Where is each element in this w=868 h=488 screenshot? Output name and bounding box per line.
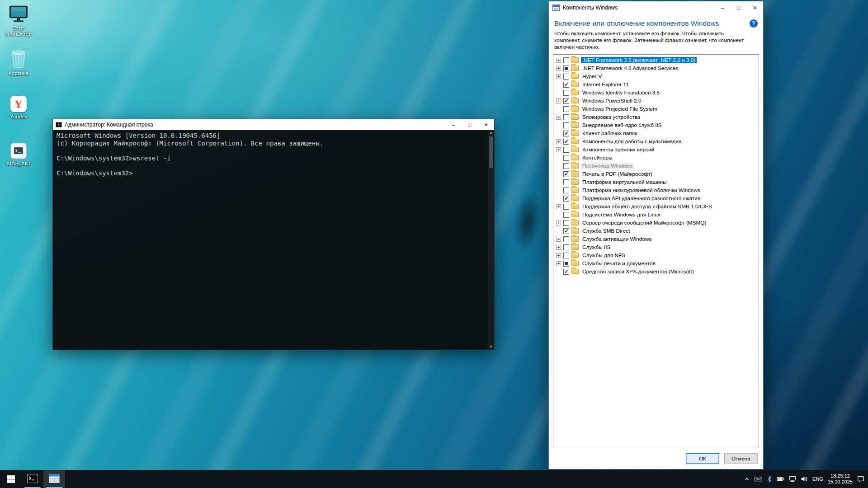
feature-row[interactable]: + Клиент рабочих папок	[553, 129, 759, 137]
feature-checkbox[interactable]	[563, 66, 569, 71]
feature-checkbox[interactable]	[563, 139, 569, 145]
network-icon[interactable]	[789, 476, 796, 482]
scroll-up-icon[interactable]: ▲	[488, 130, 494, 136]
feature-row[interactable]: + Контейнеры	[553, 154, 759, 162]
feature-row[interactable]: + Платформа виртуальной машины	[553, 178, 759, 186]
feature-row[interactable]: + Блокировка устройства	[553, 113, 759, 121]
feature-checkbox[interactable]	[563, 228, 569, 234]
volume-icon[interactable]	[801, 476, 808, 482]
taskbar-features-button[interactable]	[43, 470, 65, 488]
feature-checkbox[interactable]	[563, 179, 569, 185]
expand-icon[interactable]: +	[556, 147, 561, 152]
cmd-close-button[interactable]: ✕	[478, 119, 494, 130]
feature-row[interactable]: + Внедряемое веб-ядро служб IIS	[553, 121, 759, 129]
feature-checkbox[interactable]	[563, 171, 569, 177]
touch-keyboard-icon[interactable]	[755, 476, 762, 482]
feature-row[interactable]: + Hyper-V	[553, 72, 759, 80]
feature-checkbox[interactable]	[563, 163, 569, 169]
feature-checkbox[interactable]	[563, 236, 569, 242]
feature-checkbox[interactable]	[563, 212, 569, 218]
expand-icon[interactable]: +	[556, 253, 561, 258]
cmd-minimize-button[interactable]: –	[445, 119, 462, 130]
desktop-icon-this-pc[interactable]: Этот компьютер	[1, 5, 36, 37]
feature-row[interactable]: + .NET Framework 4.8 Advanced Services	[553, 64, 759, 72]
feature-row[interactable]: + Поддержка общего доступа к файлам SMB …	[553, 202, 759, 211]
expand-icon[interactable]: +	[556, 139, 561, 144]
feature-checkbox[interactable]	[563, 147, 569, 153]
cmd-maximize-button[interactable]: □	[462, 119, 478, 130]
feature-row[interactable]: + Internet Explorer 11	[553, 80, 759, 89]
feature-row[interactable]: + Компоненты прежних версий	[553, 145, 759, 154]
feature-row[interactable]: + Службы для NFS	[553, 251, 759, 259]
feature-row[interactable]: + Компоненты для работы с мультимедиа	[553, 137, 759, 145]
feature-row[interactable]: + Windows PowerShell 2.0	[553, 97, 759, 105]
feature-row[interactable]: + Платформа низкоуровневой оболочки Wind…	[553, 186, 759, 194]
feature-row[interactable]: + Песочница Windows	[553, 162, 759, 170]
feature-label: Платформа низкоуровневой оболочки Window…	[581, 187, 702, 193]
scrollbar-thumb[interactable]	[489, 136, 493, 168]
cmd-output-area[interactable]: Microsoft Windows [Version 10.0.19045.64…	[53, 130, 494, 350]
feature-row[interactable]: + Windows Projected File System	[553, 105, 759, 113]
expand-icon[interactable]: +	[556, 99, 561, 103]
start-button[interactable]	[0, 470, 22, 488]
taskbar-cmd-button[interactable]	[22, 470, 43, 488]
feature-checkbox[interactable]	[563, 220, 569, 226]
help-button[interactable]: ?	[750, 19, 758, 28]
feature-checkbox[interactable]	[563, 253, 569, 258]
desktop-icon-yandex[interactable]: Y Yandex	[1, 93, 36, 120]
features-minimize-button[interactable]: –	[714, 1, 731, 14]
feature-checkbox[interactable]	[563, 204, 569, 210]
feature-checkbox[interactable]	[563, 131, 569, 136]
feature-row[interactable]: + .NET Framework 3.5 (включает .NET 2.0 …	[553, 56, 759, 64]
cmd-scrollbar[interactable]: ▲ ▼	[488, 130, 494, 350]
hidden-icons-chevron-icon[interactable]	[744, 476, 750, 482]
expand-icon[interactable]: +	[556, 261, 561, 266]
feature-checkbox[interactable]	[563, 57, 569, 63]
feature-checkbox[interactable]	[563, 98, 569, 104]
feature-row[interactable]: + Служба активации Windows	[553, 235, 759, 243]
feature-checkbox[interactable]	[563, 196, 569, 202]
feature-checkbox[interactable]	[563, 188, 569, 193]
feature-row[interactable]: + Сервер очереди сообщений Майкрософт (M…	[553, 219, 759, 227]
expand-icon[interactable]: +	[556, 58, 561, 63]
feature-checkbox[interactable]	[563, 114, 569, 120]
feature-row[interactable]: + Подсистема Windows для Linux	[553, 211, 759, 219]
ok-button[interactable]: ОК	[686, 453, 719, 464]
cancel-button[interactable]: Отмена	[724, 453, 758, 464]
bluetooth-icon[interactable]	[767, 476, 772, 483]
feature-row[interactable]: + Поддержка API удаленного разностного с…	[553, 194, 759, 202]
expand-icon[interactable]: +	[556, 237, 561, 242]
expand-icon[interactable]: +	[556, 245, 561, 250]
expand-icon[interactable]: +	[556, 115, 561, 120]
feature-checkbox[interactable]	[563, 155, 569, 161]
language-indicator[interactable]: ENG	[812, 476, 823, 482]
feature-checkbox[interactable]	[563, 74, 569, 80]
feature-checkbox[interactable]	[563, 261, 569, 267]
feature-row[interactable]: + Службы печати и документов	[553, 259, 759, 267]
expand-icon[interactable]: +	[556, 66, 561, 71]
desktop-icon-recycle-bin[interactable]: Корзина	[1, 50, 36, 76]
clock[interactable]: 18:25:12 15.10.2025	[828, 473, 853, 485]
expand-icon[interactable]: +	[556, 221, 561, 225]
action-center-icon[interactable]	[857, 476, 864, 483]
scroll-down-icon[interactable]: ▼	[488, 344, 494, 350]
cmd-titlebar[interactable]: Администратор: Командная строка – □ ✕	[53, 119, 494, 130]
feature-row[interactable]: + Печать в PDF (Майкрософт)	[553, 170, 759, 178]
desktop-icon-mas-aio[interactable]: MAS_AIO	[1, 140, 36, 167]
feature-row[interactable]: + Служба SMB Direct	[553, 227, 759, 235]
feature-checkbox[interactable]	[563, 244, 569, 250]
feature-checkbox[interactable]	[563, 106, 569, 112]
battery-icon[interactable]	[777, 476, 784, 482]
feature-checkbox[interactable]	[563, 269, 569, 275]
feature-checkbox[interactable]	[563, 82, 569, 88]
feature-row[interactable]: + Службы IIS	[553, 243, 759, 251]
feature-checkbox[interactable]	[563, 122, 569, 128]
feature-checkbox[interactable]	[563, 90, 569, 96]
feature-row[interactable]: + Средство записи XPS-документов (Micros…	[553, 267, 759, 276]
features-titlebar[interactable]: Компоненты Windows – □ ✕	[549, 1, 763, 14]
features-close-button[interactable]: ✕	[747, 1, 763, 14]
expand-icon[interactable]: +	[556, 74, 561, 79]
features-maximize-button[interactable]: □	[731, 1, 747, 14]
feature-row[interactable]: + Windows Identity Foundation 3.5	[553, 89, 759, 97]
expand-icon[interactable]: +	[556, 204, 561, 209]
